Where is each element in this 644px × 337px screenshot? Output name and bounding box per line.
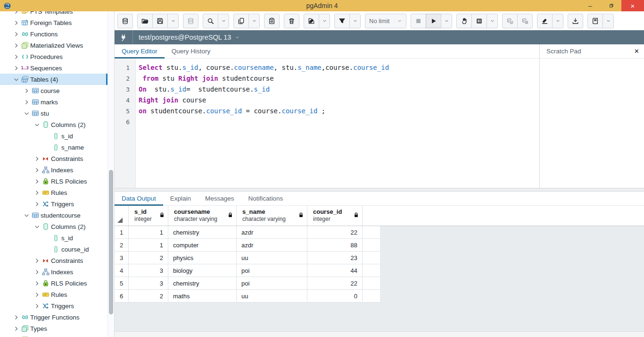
cell-s-id[interactable]: 3: [129, 277, 168, 289]
commit-button[interactable]: [502, 14, 518, 28]
query-tool-button[interactable]: [117, 14, 133, 28]
explain-button[interactable]: [456, 14, 472, 28]
tree-item-rules[interactable]: Rules: [0, 187, 108, 198]
cell-coursename[interactable]: computer: [168, 239, 237, 251]
cell-s-id[interactable]: 1: [129, 239, 168, 251]
tree-item-foreign-tables[interactable]: Foreign Tables: [0, 17, 108, 28]
cell-course-id[interactable]: 0: [307, 290, 363, 302]
scratch-pad-close-icon[interactable]: ✕: [634, 48, 639, 55]
tree-item-s-id[interactable]: s_id: [0, 130, 108, 142]
tree-item-stu[interactable]: stu: [0, 108, 108, 119]
macro-options-caret[interactable]: [603, 14, 614, 28]
tab-messages[interactable]: Messages: [198, 192, 241, 205]
cell-course-id[interactable]: 23: [307, 252, 363, 264]
tree-item-constraints[interactable]: Constraints: [0, 153, 108, 164]
open-file-button[interactable]: [137, 14, 153, 28]
chevron-right-icon[interactable]: [12, 64, 20, 72]
copy-button[interactable]: [233, 14, 249, 28]
cell-coursename[interactable]: chemistry: [168, 226, 237, 238]
sql-editor[interactable]: 123456 Select stu.s_id, course.coursenam…: [115, 59, 539, 188]
download-button[interactable]: [568, 14, 583, 28]
cell-coursename[interactable]: physics: [168, 252, 237, 264]
explain-analyze-button[interactable]: [471, 14, 487, 28]
column-header-coursename[interactable]: coursenamecharacter varying: [168, 206, 237, 226]
cell-coursename[interactable]: maths: [168, 290, 237, 302]
tree-item-indexes[interactable]: Indexes: [0, 164, 108, 176]
find-button[interactable]: [203, 14, 218, 28]
chevron-right-icon[interactable]: [12, 11, 20, 15]
chevron-right-icon[interactable]: [33, 189, 41, 196]
save-options-caret[interactable]: [167, 14, 179, 28]
save-data-changes-button[interactable]: [183, 14, 198, 28]
row-number[interactable]: 5: [115, 277, 129, 289]
rollback-button[interactable]: [517, 14, 533, 28]
chevron-right-icon[interactable]: [12, 313, 20, 321]
tree-item-columns-2[interactable]: Columns (2): [0, 119, 108, 130]
sidebar-scrollbar-thumb[interactable]: [109, 170, 113, 314]
tree-item-marks[interactable]: marks: [0, 96, 108, 108]
clear-options-caret[interactable]: [552, 14, 563, 28]
execute-button[interactable]: [426, 14, 441, 28]
tree-item-studentcourse[interactable]: studentcourse: [0, 210, 108, 221]
execute-options-caret[interactable]: [441, 14, 452, 28]
tree-item-s-name[interactable]: s_name: [0, 142, 108, 153]
tree-item-procedures[interactable]: { }Procedures: [0, 51, 108, 62]
cell-s-name[interactable]: azdr: [237, 226, 307, 238]
filter-options-caret[interactable]: [349, 14, 361, 28]
row-number[interactable]: 3: [115, 252, 129, 264]
select-all-corner[interactable]: [115, 206, 129, 226]
stop-button[interactable]: [411, 14, 426, 28]
chevron-down-icon[interactable]: [33, 223, 41, 230]
editor-results-splitter[interactable]: [115, 188, 644, 192]
tab-query-editor[interactable]: Query Editor: [115, 44, 165, 58]
tree-item-course-id[interactable]: course_id: [0, 244, 108, 255]
explain-options-caret[interactable]: [487, 14, 498, 28]
tree-item-triggers[interactable]: Triggers: [0, 198, 108, 210]
cell-s-name[interactable]: azdr: [237, 239, 307, 251]
tree-item-fts-templates[interactable]: FTS Templates: [0, 11, 108, 17]
grid-horizontal-scrollbar[interactable]: [115, 331, 644, 337]
edit-button[interactable]: [304, 14, 319, 28]
chevron-right-icon[interactable]: [33, 279, 41, 287]
chevron-down-icon[interactable]: [23, 211, 30, 219]
chevron-right-icon[interactable]: [33, 177, 41, 185]
tree-item-types[interactable]: Types: [0, 323, 108, 334]
tree-item-indexes[interactable]: Indexes: [0, 266, 108, 278]
macro-button[interactable]: [587, 14, 603, 28]
delete-button[interactable]: [284, 14, 299, 28]
tab-data-output[interactable]: Data Output: [115, 192, 163, 205]
connection-caret-icon[interactable]: [235, 35, 240, 40]
chevron-right-icon[interactable]: [12, 30, 20, 38]
tree-item-functions[interactable]: {≡}Functions: [0, 28, 108, 40]
connection-label[interactable]: test/postgres@PostgreSQL 13: [139, 34, 231, 41]
chevron-right-icon[interactable]: [12, 53, 20, 60]
close-button[interactable]: ×: [621, 0, 644, 11]
chevron-right-icon[interactable]: [33, 155, 41, 162]
copy-options-caret[interactable]: [248, 14, 260, 28]
tree-item-s-id[interactable]: s_id: [0, 232, 108, 244]
chevron-right-icon[interactable]: [23, 87, 30, 94]
column-header-s-id[interactable]: s_idinteger: [129, 206, 168, 226]
tree-item-rls-policies[interactable]: RLS Policies: [0, 278, 108, 289]
cell-s-id[interactable]: 3: [129, 264, 168, 277]
tree-item-columns-2[interactable]: Columns (2): [0, 221, 108, 232]
cell-coursename[interactable]: biology: [168, 264, 237, 277]
cell-s-id[interactable]: 2: [129, 290, 168, 302]
chevron-right-icon[interactable]: [12, 325, 20, 332]
tree-item-sequences[interactable]: 1..3Sequences: [0, 62, 108, 74]
tab-notifications[interactable]: Notifications: [241, 192, 290, 205]
maximize-button[interactable]: [601, 0, 621, 11]
chevron-right-icon[interactable]: [12, 19, 20, 26]
clear-button[interactable]: [537, 14, 553, 28]
cell-s-name[interactable]: uu: [237, 252, 307, 264]
tree-item-rules[interactable]: Rules: [0, 289, 108, 300]
chevron-right-icon[interactable]: [33, 200, 41, 208]
chevron-down-icon[interactable]: [33, 121, 41, 128]
chevron-right-icon[interactable]: [33, 257, 41, 264]
chevron-right-icon[interactable]: [33, 302, 41, 310]
tab-query-history[interactable]: Query History: [165, 44, 218, 58]
row-number[interactable]: 6: [115, 290, 129, 302]
row-number[interactable]: 4: [115, 264, 129, 277]
tree-item-constraints[interactable]: Constraints: [0, 255, 108, 266]
cell-course-id[interactable]: 22: [307, 277, 363, 289]
